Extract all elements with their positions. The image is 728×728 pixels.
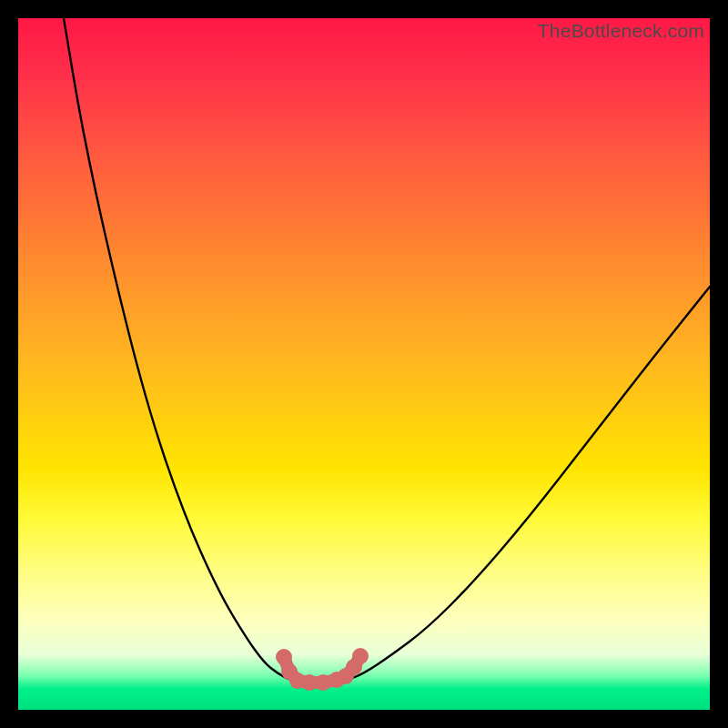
chart-plot-area: TheBottleneck.com — [18, 18, 710, 710]
curve-right — [309, 287, 710, 682]
marker-dot — [315, 674, 331, 691]
marker-dot — [276, 649, 292, 665]
chart-overlay — [18, 18, 710, 710]
marker-dot — [352, 648, 369, 664]
curve-left — [64, 18, 309, 682]
marker-dots — [276, 648, 369, 691]
